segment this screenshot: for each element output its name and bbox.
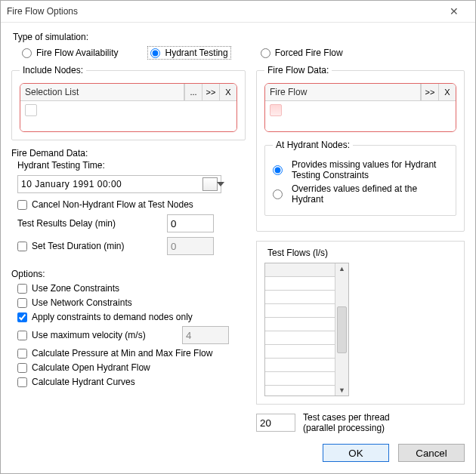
radio-override-values[interactable]: Overrides values defined at the Hydrant [273,183,448,205]
grid-row[interactable] [265,331,335,345]
selection-list-body[interactable] [20,101,236,131]
check-hydrant-curves[interactable]: Calculate Hydrant Curves [17,377,246,387]
fire-flow-close-button[interactable]: X [438,84,456,100]
hydrant-testing-time-label: Hydrant Testing Time: [17,160,246,171]
check-zone-constraints[interactable]: Use Zone Constraints [17,283,246,294]
selection-list-frame: Selection List ... >> X [20,83,237,132]
check-label: Cancel Non-Hydrant Flow at Test Nodes [32,199,193,210]
fire-flow-list-body[interactable] [265,101,456,131]
simulation-type-label: Type of simulation: [13,32,465,42]
selection-item-icon [25,104,37,116]
selection-browse-button[interactable]: ... [184,84,202,100]
fire-flow-data-legend: Fire Flow Data: [264,65,332,75]
grid-row[interactable] [265,277,335,291]
grid-header [265,263,335,277]
test-flows-group: Test Flows (l/s) [256,241,465,405]
fire-demand-legend: Fire Demand Data: [11,148,246,159]
max-velocity-input [182,326,229,344]
calendar-icon [202,177,218,191]
grid-row[interactable] [265,372,335,386]
scroll-down-icon[interactable]: ▼ [338,385,345,396]
check-label: Calculate Hydrant Curves [32,377,135,387]
selection-list-title: Selection List [20,84,184,100]
test-cases-per-thread-label: Test cases per thread (parallel processi… [303,412,424,433]
check-network-constraints[interactable]: Use Network Constraints [17,297,246,308]
test-flows-legend: Test Flows (l/s) [264,248,331,258]
scroll-up-icon[interactable]: ▲ [338,263,345,274]
radio-label: Hydrant Testing [165,48,227,58]
check-cancel-non-hydrant[interactable]: Cancel Non-Hydrant Flow at Test Nodes [17,199,246,210]
grid-row[interactable] [265,318,335,331]
grid-row[interactable] [265,345,335,359]
check-label: Calculate Pressure at Min and Max Fire F… [32,348,212,359]
check-label: Apply constraints to demand nodes only [32,312,193,322]
fire-flow-options-window: Fire Flow Options ✕ Type of simulation: … [0,0,476,474]
close-icon[interactable]: ✕ [439,1,469,22]
cancel-button[interactable]: Cancel [398,444,465,462]
fire-flow-data-group: Fire Flow Data: Fire Flow >> X At Hydran… [256,65,465,232]
grid-row[interactable] [265,291,335,304]
hydrant-testing-time-picker[interactable]: 10 January 1991 00:00 [17,175,221,193]
include-nodes-group: Include Nodes: Selection List ... >> X [11,65,246,140]
check-apply-demand-only[interactable]: Apply constraints to demand nodes only [17,312,246,322]
check-label: Calculate Open Hydrant Flow [32,362,150,373]
scrollbar[interactable]: ▲ ▼ [335,263,348,396]
fire-icon [270,104,282,116]
radio-fire-flow-availability[interactable]: Fire Flow Availability [22,48,118,58]
date-text: 10 January 1991 00:00 [21,179,122,189]
options-legend: Options: [11,269,246,279]
test-results-delay-label: Test Results Delay (min) [17,218,161,229]
check-max-velocity[interactable]: Use maximum velocity (m/s) [17,330,176,340]
grid-row[interactable] [265,386,335,396]
test-flows-grid[interactable]: ▲ ▼ [264,263,349,396]
test-duration-input [167,237,214,255]
check-label: Use Zone Constraints [32,283,119,294]
window-title: Fire Flow Options [7,1,78,22]
grid-row[interactable] [265,304,335,318]
titlebar: Fire Flow Options ✕ [1,1,475,23]
check-open-hydrant-flow[interactable]: Calculate Open Hydrant Flow [17,362,246,373]
check-set-test-duration[interactable]: Set Test Duration (min) [17,241,161,251]
check-label: Set Test Duration (min) [32,241,125,251]
selection-next-button[interactable]: >> [202,84,219,100]
selection-close-button[interactable]: X [219,84,236,100]
check-calc-pressure[interactable]: Calculate Pressure at Min and Max Fire F… [17,348,246,359]
scroll-thumb[interactable] [337,306,347,353]
fire-flow-next-button[interactable]: >> [421,84,438,100]
at-hydrant-nodes-legend: At Hydrant Nodes: [273,140,353,150]
test-cases-per-thread-input[interactable] [256,414,295,432]
radio-label: Overrides values defined at the Hydrant [292,183,443,205]
radio-label: Provides missing values for Hydrant Test… [292,159,443,180]
check-label: Use Network Constraints [32,297,132,308]
radio-label: Fire Flow Availability [36,48,118,58]
ok-button[interactable]: OK [323,444,389,462]
radio-hydrant-testing[interactable]: Hydrant Testing [148,47,230,59]
radio-forced-fire-flow[interactable]: Forced Fire Flow [261,48,343,58]
include-nodes-legend: Include Nodes: [20,65,86,75]
test-results-delay-input[interactable] [167,214,214,232]
at-hydrant-nodes-group: At Hydrant Nodes: Provides missing value… [264,140,456,216]
radio-label: Forced Fire Flow [275,48,343,58]
grid-row[interactable] [265,359,335,372]
radio-provide-missing[interactable]: Provides missing values for Hydrant Test… [273,159,448,180]
check-label: Use maximum velocity (m/s) [32,330,146,340]
fire-flow-list-title: Fire Flow [265,84,421,100]
fire-flow-list-frame: Fire Flow >> X [264,83,456,132]
